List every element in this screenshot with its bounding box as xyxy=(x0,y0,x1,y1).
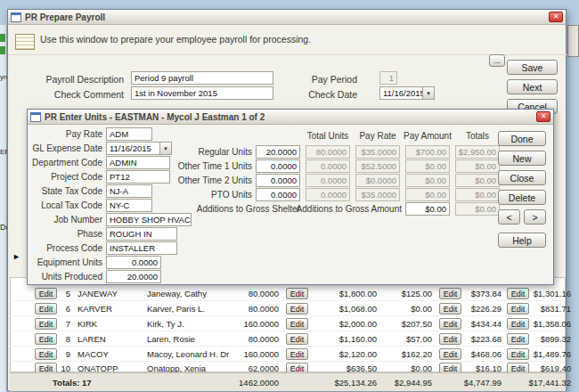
edit-net-button[interactable]: Edit xyxy=(507,288,529,299)
instruction-text: Use this window to prepare your employee… xyxy=(40,34,311,45)
additions-to-gross-amount-label: Additions to Gross Amount xyxy=(295,204,402,214)
previous-record-button[interactable]: < xyxy=(498,209,520,225)
phase-field[interactable]: ROUGH IN xyxy=(106,227,177,241)
edit-earnings-button[interactable]: Edit xyxy=(286,303,308,314)
gl-expense-date-label: GL Expense Date xyxy=(28,143,102,153)
local-tax-code-label: Local Tax Code xyxy=(28,200,102,210)
local-tax-code-field[interactable]: NY-C xyxy=(106,199,152,212)
edit-earnings-button[interactable]: Edit xyxy=(286,333,308,345)
edit-earnings-button[interactable]: Edit xyxy=(286,318,308,330)
pto-units-field[interactable]: 0.0000 xyxy=(256,188,300,201)
equipment-units-field[interactable]: 0.0000 xyxy=(106,256,161,269)
check-comment-label: Check Comment xyxy=(33,89,124,100)
check-date-field[interactable]: 11/16/2015 xyxy=(379,86,435,100)
chevron-down-icon[interactable] xyxy=(422,87,434,99)
table-row: Edit 5 JANEWAY Janeway, Cathy 80.0000 Ed… xyxy=(10,287,566,301)
gross-amount: $1,800.00 xyxy=(309,289,377,298)
prepare-payroll-titlebar[interactable]: PR Prepare Payroll xyxy=(8,10,566,25)
edit-net-button[interactable]: Edit xyxy=(507,303,529,314)
other-time-2-total-units: 0.0000 xyxy=(306,174,350,187)
other-time-2-pay-amount: $0.00 xyxy=(405,174,450,187)
gross-amount: $1,160.00 xyxy=(309,334,377,344)
total-hours: 1462.0000 xyxy=(206,378,279,388)
tax-amount: $373.84 xyxy=(461,289,502,298)
employee-number: 9 xyxy=(49,349,70,359)
payroll-description-field[interactable]: Period 9 payroll xyxy=(131,71,273,85)
edit-taxes-button[interactable]: Edit xyxy=(439,303,461,314)
regular-totals: $2,950.00 xyxy=(455,145,500,159)
window-icon xyxy=(30,112,41,122)
employee-number: 5 xyxy=(49,289,70,298)
table-row: Edit 8 LAREN Laren, Rosie 80.0000 Edit $… xyxy=(10,332,566,347)
pay-rate-header: Pay Rate xyxy=(350,131,405,141)
desktop-icon xyxy=(0,34,5,42)
tax-amount: $223.68 xyxy=(461,334,502,344)
edit-earnings-button[interactable]: Edit xyxy=(286,348,308,360)
done-button[interactable]: Done xyxy=(498,131,546,146)
gross-amount: $1,068.00 xyxy=(309,304,377,314)
other-time-1-units-label: Other Time 1 Units xyxy=(158,161,252,171)
other-time-2-pay-rate: $0.0000 xyxy=(355,174,400,187)
edit-earnings-button[interactable]: Edit xyxy=(286,288,308,299)
delete-button[interactable]: Delete xyxy=(498,190,546,205)
units-produced-field[interactable]: 20.0000 xyxy=(106,270,161,283)
regular-units-field[interactable]: 20.0000 xyxy=(256,145,300,159)
edit-taxes-button[interactable]: Edit xyxy=(439,318,461,330)
new-button[interactable]: New xyxy=(498,151,546,166)
edit-net-button[interactable]: Edit xyxy=(507,348,529,360)
employee-name: Janeway, Cathy xyxy=(147,289,207,298)
close-icon[interactable] xyxy=(549,12,563,22)
regular-units-label: Regular Units xyxy=(158,147,252,157)
other-time-1-units-field[interactable]: 0.0000 xyxy=(256,159,300,173)
additions-amount-field[interactable]: $0.00 xyxy=(405,202,450,216)
next-record-button[interactable]: > xyxy=(524,209,546,225)
other-time-1-totals: $0.00 xyxy=(455,159,500,173)
help-button[interactable]: Help xyxy=(498,233,546,248)
pay-period-field: 1 xyxy=(379,71,397,85)
check-date-label: Check Date xyxy=(291,89,357,100)
totals-label: Totals: 17 xyxy=(53,378,92,388)
close-icon[interactable] xyxy=(536,111,550,122)
window-title: PR Prepare Payroll xyxy=(25,12,105,22)
net-amount: $831.71 xyxy=(530,304,571,314)
process-code-field[interactable]: INSTALLER xyxy=(106,241,177,255)
next-button[interactable]: Next xyxy=(507,79,558,94)
check-date-value: 11/16/2015 xyxy=(383,88,425,98)
save-button[interactable]: Save xyxy=(507,60,558,75)
edit-taxes-button[interactable]: Edit xyxy=(439,288,461,299)
enter-units-titlebar[interactable]: PR Enter Units - EASTMAN - Mycol J Eastm… xyxy=(28,110,553,125)
pay-period-label: Pay Period xyxy=(291,74,357,85)
other-time-2-units-field[interactable]: 0.0000 xyxy=(256,174,300,187)
deduction-amount: $0.00 xyxy=(382,304,432,314)
pay-rate-label: Pay Rate xyxy=(28,129,102,139)
background-window-fragment-right xyxy=(567,25,579,57)
edit-net-button[interactable]: Edit xyxy=(507,318,529,330)
hours-value: 80.0000 xyxy=(224,334,279,344)
state-tax-code-field[interactable]: NJ-A xyxy=(106,184,152,198)
gross-amount: $2,120.00 xyxy=(309,349,377,359)
record-pointer-icon xyxy=(12,252,20,261)
edit-taxes-button[interactable]: Edit xyxy=(439,348,461,360)
close-button[interactable]: Close xyxy=(498,170,546,185)
employee-name: Macoy, Leonard H. Dr xyxy=(147,349,229,359)
regular-total-units: 80.0000 xyxy=(306,145,350,159)
pay-rate-field[interactable]: ADM xyxy=(106,127,152,141)
employee-code: LAREN xyxy=(77,334,106,344)
process-code-label: Process Code xyxy=(28,243,102,253)
tax-amount: $434.44 xyxy=(461,319,502,329)
other-time-1-total-units: 0.0000 xyxy=(306,159,350,173)
deduction-amount: $162.20 xyxy=(382,349,432,359)
additions-to-gross-label: Additions to Gross Shelter xyxy=(161,204,300,214)
net-amount: $1,301.16 xyxy=(530,289,571,298)
dialog-title: PR Enter Units - EASTMAN - Mycol J Eastm… xyxy=(45,112,265,122)
totals-header: Totals xyxy=(450,131,505,141)
more-options-button[interactable]: ... xyxy=(489,54,505,67)
edit-taxes-button[interactable]: Edit xyxy=(439,333,461,345)
payroll-description-label: Payroll Description xyxy=(33,74,124,85)
check-comment-field[interactable]: 1st in November 2015 xyxy=(131,86,273,100)
edit-net-button[interactable]: Edit xyxy=(507,333,529,345)
employee-name: Kirk, Ty J. xyxy=(147,319,184,329)
net-amount: $1,489.76 xyxy=(530,349,571,359)
additions-total: $0.00 xyxy=(455,202,500,216)
job-number-field[interactable]: HOBBY SHOP HVAC xyxy=(106,213,192,226)
